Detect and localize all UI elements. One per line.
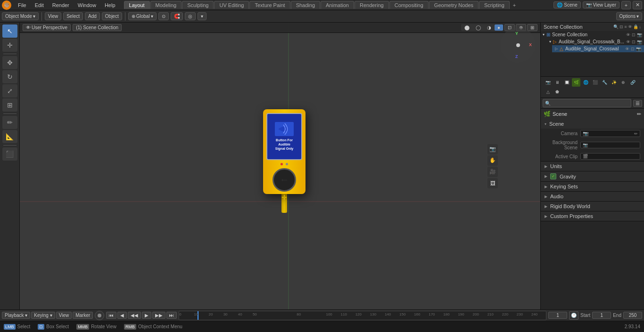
- props-tab-world[interactable]: 🌐: [581, 78, 590, 87]
- tab-layout[interactable]: Layout: [124, 1, 150, 9]
- props-tab-view-layer[interactable]: 🔲: [562, 78, 571, 87]
- camera-edit-icon[interactable]: ✏: [634, 131, 638, 136]
- scale-tool[interactable]: ⤢: [2, 84, 17, 97]
- viewport-collection-btn[interactable]: (1) Scene Collection: [73, 24, 122, 31]
- annotate-tool[interactable]: ✏: [2, 116, 17, 129]
- time-mode-btn[interactable]: 🕐: [569, 311, 578, 320]
- props-tab-data[interactable]: △: [544, 88, 552, 96]
- object-mode-dropdown[interactable]: Object Mode ▾: [2, 12, 39, 20]
- menu-render[interactable]: Render: [49, 1, 73, 9]
- item1-visibility-icon[interactable]: 👁: [626, 40, 630, 44]
- snap-toggle[interactable]: 🧲: [171, 12, 183, 20]
- options-btn[interactable]: Options ▾: [616, 12, 642, 20]
- item1-viewport-icon[interactable]: ⊡: [632, 40, 636, 44]
- background-scene-value[interactable]: 📷: [580, 142, 640, 148]
- tab-geometry-nodes[interactable]: Geometry Nodes: [429, 1, 479, 9]
- gizmo-y-axis[interactable]: Y: [515, 31, 518, 36]
- filter-icon[interactable]: 🔍: [613, 24, 619, 29]
- sort-icon[interactable]: ≡: [624, 24, 627, 29]
- remove-scene-button[interactable]: ✕: [633, 1, 642, 9]
- props-tab-physics[interactable]: ⊕: [619, 78, 627, 87]
- lock-icon[interactable]: 🔒: [633, 24, 638, 29]
- camera-view-tool[interactable]: 📷: [487, 144, 498, 154]
- pivot-point[interactable]: ⊙: [158, 12, 169, 20]
- render-tool[interactable]: 🖼: [487, 178, 498, 188]
- select-menu[interactable]: Select: [63, 12, 83, 20]
- object-menu[interactable]: Object: [102, 12, 122, 20]
- play-btn[interactable]: ▶: [142, 312, 151, 319]
- tab-texture-paint[interactable]: Texture Paint: [249, 1, 290, 9]
- keying-sets-section-header[interactable]: ▶ Keying Sets: [541, 182, 644, 191]
- menu-window[interactable]: Window: [74, 1, 100, 9]
- audio-section-header[interactable]: ▶ Audio: [541, 192, 644, 201]
- transform-tool[interactable]: ⊞: [2, 98, 17, 112]
- properties-edit-icon[interactable]: ✏: [637, 111, 641, 117]
- render-icon[interactable]: 📷: [637, 32, 642, 37]
- item1-render-icon[interactable]: 📷: [637, 40, 642, 44]
- scene-section-header[interactable]: ▾ Scene: [541, 119, 644, 129]
- props-tab-material[interactable]: ⬟: [553, 88, 561, 96]
- add-scene-button[interactable]: +: [621, 1, 631, 9]
- props-tab-output[interactable]: 🖥: [553, 78, 561, 87]
- viewport-icon[interactable]: ⊡: [632, 32, 636, 37]
- tab-rendering[interactable]: Rendering: [355, 1, 389, 9]
- visibility-icon[interactable]: 👁: [626, 32, 630, 37]
- current-frame-input[interactable]: 1: [548, 312, 567, 319]
- timeline-view-menu[interactable]: View: [56, 312, 72, 319]
- properties-search[interactable]: 🔍: [543, 99, 631, 107]
- end-frame-input[interactable]: 250: [623, 312, 642, 319]
- properties-scene-icon-row[interactable]: 🌿 Scene ✏: [541, 109, 644, 119]
- props-tab-constraints[interactable]: 🔗: [628, 78, 637, 87]
- transform-global[interactable]: ⊕ Global ▾: [128, 12, 157, 20]
- props-tab-modifiers[interactable]: 🔧: [600, 78, 609, 87]
- props-tab-particles[interactable]: ✨: [610, 78, 618, 87]
- reverse-play-btn[interactable]: ◀◀: [128, 312, 141, 319]
- down-icon[interactable]: ↓: [639, 24, 642, 29]
- tab-shading[interactable]: Shading: [291, 1, 320, 9]
- menu-edit[interactable]: Edit: [31, 1, 48, 9]
- menu-file[interactable]: File: [14, 1, 30, 9]
- add-menu[interactable]: Add: [85, 12, 100, 20]
- item2-visibility-icon[interactable]: 👁: [625, 47, 629, 51]
- prev-frame-btn[interactable]: ◀: [117, 312, 127, 319]
- camera-value[interactable]: 📷 ✏: [580, 130, 640, 137]
- jump-start-btn[interactable]: ⏮: [106, 312, 116, 319]
- tab-animation[interactable]: Animation: [321, 1, 354, 9]
- rigid-body-section-header[interactable]: ▶ Rigid Body World: [541, 202, 644, 211]
- props-tab-render[interactable]: 📷: [544, 78, 552, 87]
- gravity-checkbox[interactable]: ✓: [550, 173, 556, 179]
- outliner-item-collection[interactable]: ▾ ⊞ Scene Collection 👁 ⊡ 📷: [541, 31, 644, 38]
- proportional-dropdown[interactable]: ▾: [198, 12, 206, 20]
- timeline-area[interactable]: 0 10 20 30 40 50 80 100 110 120 130 140 …: [179, 311, 546, 320]
- select-tool[interactable]: ↖: [2, 24, 17, 38]
- custom-properties-header[interactable]: ▶ Custom Properties: [541, 211, 644, 221]
- units-section-header[interactable]: ▶ Units: [541, 162, 644, 171]
- jump-end-btn[interactable]: ⏭: [166, 312, 177, 319]
- scene-selector[interactable]: 🌐 Scene: [553, 1, 580, 8]
- menu-help[interactable]: Help: [101, 1, 119, 9]
- playback-menu[interactable]: Playback ▾: [2, 312, 30, 319]
- keying-menu[interactable]: Keying ▾: [31, 312, 55, 319]
- viewport-view-btn[interactable]: 👁 User Perspective: [23, 24, 71, 31]
- marker-menu[interactable]: Marker: [73, 312, 93, 319]
- tab-sculpting[interactable]: Sculpting: [182, 1, 214, 9]
- view-layer-selector[interactable]: 📷 View Layer: [583, 1, 619, 8]
- funnel-icon[interactable]: ⊟: [619, 24, 623, 29]
- move-tool[interactable]: ✥: [2, 56, 17, 69]
- item2-viewport-icon[interactable]: ⊡: [631, 47, 635, 51]
- tab-scripting[interactable]: Scripting: [479, 1, 510, 9]
- gizmo-z-axis[interactable]: Z: [515, 54, 518, 59]
- viewport-solid-mode[interactable]: ⬤: [462, 24, 472, 31]
- proportional-edit[interactable]: ◎: [185, 12, 196, 20]
- item2-render-icon[interactable]: 📷: [636, 47, 641, 51]
- measure-tool[interactable]: 📐: [2, 130, 17, 143]
- view-menu[interactable]: View: [45, 12, 62, 20]
- hand-tool[interactable]: ✋: [487, 155, 498, 166]
- add-cube-tool[interactable]: ⬛: [2, 147, 17, 161]
- props-tab-object[interactable]: ⬛: [591, 78, 599, 87]
- next-frame-btn[interactable]: ▶▶: [152, 312, 165, 319]
- tab-modeling[interactable]: Modeling: [150, 1, 182, 9]
- rotate-tool[interactable]: ↻: [2, 70, 17, 83]
- camera-track-tool[interactable]: 🎥: [487, 167, 498, 177]
- gizmo-x-axis[interactable]: X: [529, 42, 532, 47]
